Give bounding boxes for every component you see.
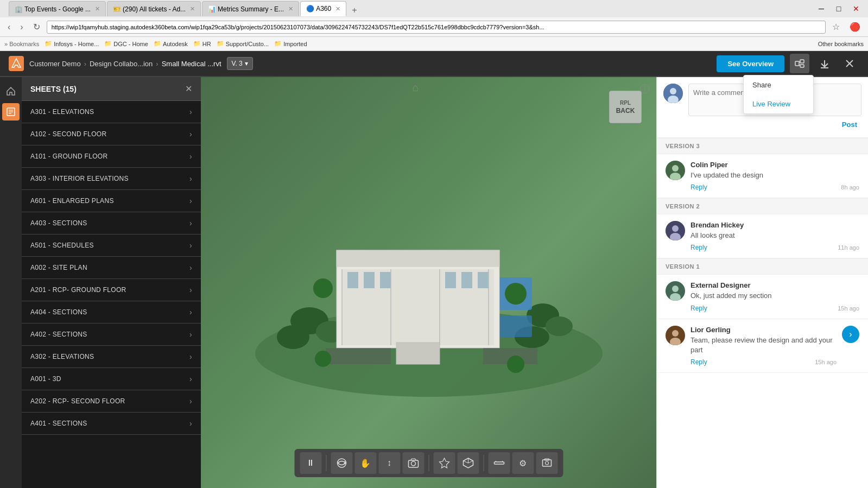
bookmark-star[interactable]: ☆	[829, 21, 843, 33]
bookmark-infosys[interactable]: Infosys - Home...	[45, 40, 99, 47]
sheets-close-button[interactable]: ✕	[185, 84, 192, 94]
post-comment-button[interactable]: Post	[838, 118, 861, 131]
app-header: Customer Demo › Design Collabo...ion › S…	[0, 51, 868, 77]
tab-close-2[interactable]: ✕	[190, 5, 195, 12]
refresh-button[interactable]: ↻	[30, 21, 43, 33]
breadcrumb-design-collaboration[interactable]: Design Collabo...ion	[90, 60, 153, 68]
browser-chrome: 🏢 Top Events - Google ... ✕ 🎫 (290) All …	[0, 0, 868, 51]
chevron-right-icon: ›	[189, 352, 192, 361]
sheet-item-A101[interactable]: A101 - GROUND FLOOR ›	[22, 145, 201, 168]
close-icon	[845, 59, 854, 68]
breadcrumb-sep-1: ›	[84, 60, 86, 68]
sheet-item-A002[interactable]: A002 - SITE PLAN ›	[22, 257, 201, 279]
current-user-avatar	[663, 84, 683, 103]
sheets-panel: SHEETS (15) ✕ A301 - ELEVATIONS › A102 -…	[22, 77, 201, 488]
sheet-item-A202[interactable]: A202 - RCP- SECOND FLOOR ›	[22, 390, 201, 413]
sheet-item-A303[interactable]: A303 - INTERIOR ELEVATIONS ›	[22, 168, 201, 190]
sheet-label-A302: A302 - ELEVATIONS	[30, 353, 94, 360]
dropdown-live-review-item[interactable]: Live Review	[744, 94, 813, 113]
version-selector[interactable]: V. 3 ▾	[227, 57, 253, 70]
svg-point-18	[277, 325, 309, 349]
browser-tab-3[interactable]: 📊 Metrics Summary - E... ✕	[202, 1, 299, 16]
browser-tab-1[interactable]: 🏢 Top Events - Google ... ✕	[9, 1, 106, 16]
comment-body-colin: Colin Piper I've updated the design Repl…	[690, 161, 859, 191]
tab-favicon-4: 🔵	[306, 5, 314, 12]
sheet-item-A501[interactable]: A501 - SCHEDULES ›	[22, 235, 201, 257]
bookmark-autodesk[interactable]: Autodesk	[154, 40, 188, 47]
chevron-right-icon: ›	[189, 419, 192, 428]
sheet-item-A302[interactable]: A302 - ELEVATIONS ›	[22, 346, 201, 368]
toolbar-zoom-button[interactable]: ↕	[378, 452, 400, 474]
sheet-label-A001: A001 - 3D	[30, 375, 61, 383]
sheet-item-A401[interactable]: A401 - SECTIONS ›	[22, 413, 201, 435]
sheet-item-A404[interactable]: A404 - SECTIONS ›	[22, 301, 201, 324]
browser-tab-2[interactable]: 🎫 (290) All tickets - Ad... ✕	[107, 1, 201, 16]
sheet-label-A403: A403 - SECTIONS	[30, 219, 87, 227]
comment-footer-colin: Reply 8h ago	[690, 183, 859, 191]
comment-time-colin: 8h ago	[841, 184, 859, 191]
extensions-button[interactable]: 🔴	[846, 21, 864, 33]
sidebar-nav-home[interactable]	[2, 83, 20, 100]
sheet-item-A402[interactable]: A402 - SECTIONS ›	[22, 324, 201, 346]
sheet-label-A404: A404 - SECTIONS	[30, 308, 87, 316]
sheet-item-A102[interactable]: A102 - SECOND FLOOR ›	[22, 123, 201, 145]
toolbar-settings-button[interactable]: ⚙	[512, 452, 534, 474]
svg-point-42	[315, 351, 331, 367]
breadcrumb-file-name[interactable]: Small Medical ...rvt	[162, 60, 221, 68]
send-lior-button[interactable]: ›	[842, 326, 859, 343]
dropdown-share-item[interactable]: Share	[744, 75, 813, 94]
share-button[interactable]	[790, 54, 809, 73]
left-section: SHEETS (15) ✕ A301 - ELEVATIONS › A102 -…	[0, 77, 201, 488]
tab-close-3[interactable]: ✕	[288, 5, 293, 12]
browser-tab-4[interactable]: 🔵 A360 ✕	[300, 1, 346, 16]
toolbar-pause-button[interactable]: ⏸	[300, 452, 321, 474]
tab-close-1[interactable]: ✕	[95, 5, 100, 12]
toolbar-screenshot-button[interactable]	[536, 452, 557, 474]
svg-rect-29	[380, 272, 391, 288]
bookmark-support[interactable]: Support/Custo...	[217, 40, 269, 47]
viewer-home-area: ⌂	[413, 81, 419, 94]
sheet-item-A001[interactable]: A001 - 3D ›	[22, 368, 201, 390]
new-tab-button[interactable]: +	[347, 4, 361, 16]
chevron-right-icon: ›	[189, 241, 192, 250]
reply-lior-button[interactable]: Reply	[690, 358, 707, 366]
see-overview-button[interactable]: See Overview	[717, 55, 784, 72]
toolbar-cube-button[interactable]	[457, 452, 479, 474]
viewer-home-button[interactable]: ⌂	[413, 81, 419, 94]
toolbar-camera-button[interactable]	[402, 452, 424, 474]
bookmark-other[interactable]: Other bookmarks	[818, 41, 864, 47]
minimize-button[interactable]: ─	[814, 1, 829, 16]
toolbar-explode-button[interactable]	[433, 452, 455, 474]
forward-button[interactable]: ›	[17, 21, 26, 33]
header-close-button[interactable]	[840, 54, 859, 73]
bookmarks-bar: » Bookmarks Infosys - Home... DGC - Home…	[0, 37, 868, 51]
tab-close-4[interactable]: ✕	[335, 5, 340, 12]
close-window-button[interactable]: ✕	[848, 1, 864, 16]
sheet-item-A301[interactable]: A301 - ELEVATIONS ›	[22, 101, 201, 123]
bookmark-imported[interactable]: Imported	[274, 40, 307, 47]
address-bar[interactable]	[47, 21, 826, 34]
reply-external-button[interactable]: Reply	[690, 305, 707, 312]
chevron-right-icon: ›	[189, 397, 192, 405]
back-button[interactable]: ‹	[4, 21, 14, 33]
reply-colin-button[interactable]: Reply	[690, 183, 707, 191]
sheet-item-A201[interactable]: A201 - RCP- GROUND FLOOR ›	[22, 279, 201, 301]
viewer[interactable]: ⌂ ⓘ RPL BACK ⏸ ✋ ↕	[201, 77, 656, 488]
comment-author-colin: Colin Piper	[690, 161, 859, 169]
comment-time-lior: 15h ago	[815, 359, 837, 365]
svg-point-61	[670, 88, 676, 94]
bookmark-dgc[interactable]: DGC - Home	[104, 40, 148, 47]
toolbar-measure-button[interactable]	[488, 452, 510, 474]
bookmark-hr[interactable]: HR	[193, 40, 211, 47]
sidebar-nav-sheets[interactable]	[2, 103, 20, 121]
sheet-item-A403[interactable]: A403 - SECTIONS ›	[22, 212, 201, 235]
download-button[interactable]	[815, 54, 834, 73]
toolbar-pan-button[interactable]: ✋	[354, 452, 376, 474]
back-cube[interactable]: RPL BACK	[609, 91, 642, 123]
maximize-button[interactable]: □	[831, 1, 846, 16]
sheet-item-A601[interactable]: A601 - ENLARGED PLANS ›	[22, 190, 201, 212]
comment-time-brendan: 11h ago	[838, 244, 859, 251]
toolbar-orbit-button[interactable]	[331, 452, 352, 474]
breadcrumb-customer-demo[interactable]: Customer Demo	[29, 60, 81, 68]
reply-brendan-button[interactable]: Reply	[690, 244, 707, 251]
